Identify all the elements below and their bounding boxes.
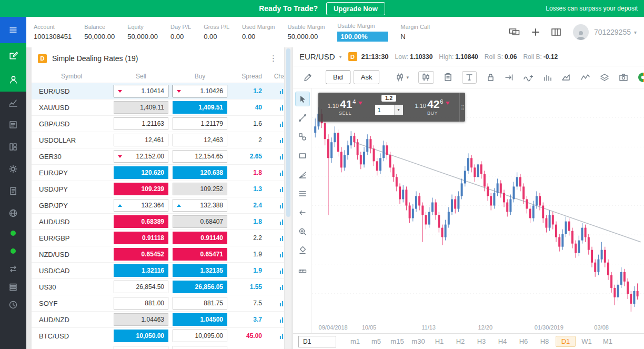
open-chart-button[interactable] — [262, 279, 284, 295]
timeframe-m15[interactable]: m15 — [387, 337, 408, 345]
snapshot-button[interactable] — [619, 73, 628, 82]
text-annotation-button[interactable] — [462, 71, 477, 84]
sell-price-button[interactable]: 21,470.61 — [114, 346, 168, 349]
timeframe-h8[interactable]: H8 — [534, 337, 555, 345]
buy-price-button[interactable]: 109.252 — [173, 183, 227, 195]
pattern-tool-button[interactable] — [580, 74, 590, 81]
buy-price-button[interactable]: 1.32135 — [173, 264, 227, 277]
candlestick-plot[interactable]: 1.10 41 4 SELL 1.2 — [312, 88, 644, 323]
sell-price-button[interactable]: 0.65452 — [114, 248, 168, 261]
rate-row-usd-jpy[interactable]: USD/JPY109.239109.2521.3 — [32, 181, 284, 197]
timeframe-m1[interactable]: m1 — [345, 337, 366, 345]
open-chart-button[interactable] — [262, 116, 284, 132]
volume-button[interactable] — [543, 73, 552, 82]
timeframe-h1[interactable]: H1 — [429, 337, 450, 345]
levels-tool-button[interactable] — [295, 186, 310, 201]
ask-button[interactable]: Ask — [354, 70, 380, 84]
sell-price-button[interactable]: 881.00 — [114, 297, 168, 310]
sell-price-button[interactable]: 1.21163 — [114, 117, 168, 130]
order-board-button[interactable] — [444, 73, 452, 82]
sell-price-button[interactable]: 12,461 — [114, 134, 168, 146]
buy-price-button[interactable]: 12,154.65 — [173, 150, 227, 163]
rate-row-gbp-usd[interactable]: GBP/USD1.211631.211791.6 — [32, 116, 284, 132]
buy-price-button[interactable]: 881.75 — [173, 297, 227, 310]
open-chart-button[interactable] — [262, 165, 284, 181]
transfer-nav-button[interactable] — [0, 260, 26, 278]
buy-price-button[interactable]: 26,856.05 — [173, 281, 227, 293]
sell-price-button[interactable]: 1,409.11 — [114, 101, 168, 114]
open-chart-button[interactable] — [262, 344, 284, 349]
account-nav-button[interactable] — [0, 67, 26, 92]
rate-row-btc-usd[interactable]: BTC/USD10,050.0010,095.0045.00 — [32, 328, 284, 344]
layout-button[interactable] — [551, 27, 561, 37]
trendline-tool-button[interactable] — [295, 111, 310, 125]
timeframe-h4[interactable]: H4 — [492, 337, 513, 345]
draw-button[interactable] — [303, 73, 313, 82]
open-chart-button[interactable] — [262, 99, 284, 115]
menu-button[interactable] — [0, 17, 26, 43]
rate-row-us30[interactable]: US3026,854.5026,856.051.55 — [32, 279, 284, 295]
buy-price-button[interactable]: 120.638 — [173, 166, 227, 179]
rate-row-jpn225[interactable]: JPN22521,470.6121,478.618.00 — [32, 344, 284, 349]
account-chevron-down-icon[interactable]: ▾ — [634, 29, 637, 35]
timeframe-m5[interactable]: m5 — [366, 337, 387, 345]
sell-price-button[interactable]: 0.68389 — [114, 215, 168, 228]
rate-row-eur-jpy[interactable]: EUR/JPY120.620120.6381.8 — [32, 165, 284, 181]
charts-nav-button[interactable] — [0, 92, 26, 114]
sell-price-button[interactable]: 1.10 41 4 SELL — [318, 93, 372, 122]
buy-price-button[interactable]: 0.65471 — [173, 248, 227, 261]
sell-price-button[interactable]: 1.10414 — [114, 85, 168, 97]
shapes-tool-button[interactable] — [295, 129, 310, 144]
buy-price-button[interactable]: 0.68407 — [173, 215, 227, 228]
sell-price-button[interactable]: 10,050.00 — [114, 330, 168, 342]
buy-price-button[interactable]: 12,463 — [173, 134, 227, 146]
rates-menu-button[interactable]: ⋮ — [269, 54, 278, 63]
buy-price-button[interactable]: 0.91140 — [173, 232, 227, 244]
scrollbar-thumb[interactable] — [286, 48, 290, 217]
open-chart-button[interactable] — [262, 295, 284, 311]
rate-row-aud-nzd[interactable]: AUD/NZD1.044631.045003.7 — [32, 312, 284, 328]
quantity-input[interactable] — [375, 105, 394, 115]
rectangle-tool-button[interactable] — [295, 148, 310, 163]
open-chart-button[interactable] — [262, 148, 284, 164]
quantity-dropdown-button[interactable]: ▾ — [394, 105, 403, 115]
avatar[interactable] — [573, 24, 589, 40]
open-chart-button[interactable] — [262, 197, 284, 213]
open-chart-button[interactable] — [262, 83, 284, 99]
buy-price-button[interactable]: 1.10 42 6 BUY — [406, 93, 459, 122]
settings-nav-button[interactable] — [0, 158, 26, 180]
bid-button[interactable]: Bid — [326, 70, 350, 84]
sell-price-button[interactable]: 0.91118 — [114, 232, 168, 244]
rate-row-nzd-usd[interactable]: NZD/USD0.654520.654711.9 — [32, 246, 284, 263]
buy-price-button[interactable]: 1.04500 — [173, 313, 227, 326]
symbol-chevron-down-icon[interactable]: ▾ — [339, 54, 342, 59]
sell-price-button[interactable]: 1.32116 — [114, 264, 168, 277]
layers-button[interactable] — [600, 73, 609, 82]
rate-row-eur-gbp[interactable]: EUR/GBP0.911180.911402.2 — [32, 230, 284, 246]
widget-drag-handle[interactable]: ⣿ — [459, 93, 465, 122]
rate-row-aud-usd[interactable]: AUD/USD0.683890.684071.8 — [32, 214, 284, 230]
rate-row-ger30[interactable]: GER3012,152.0012,154.652.65 — [32, 148, 284, 165]
rates-scrollbar[interactable] — [285, 47, 291, 349]
timeframe-h2[interactable]: H2 — [450, 337, 471, 345]
reports-nav-button[interactable] — [0, 180, 26, 202]
sell-price-button[interactable]: 12,152.00 — [114, 150, 168, 163]
go-to-latest-button[interactable] — [505, 73, 514, 82]
add-panel-button[interactable] — [531, 27, 540, 37]
measure-tool-button[interactable] — [295, 262, 310, 277]
open-chart-button[interactable] — [262, 132, 284, 148]
history-nav-button[interactable] — [0, 278, 26, 296]
sell-price-button[interactable]: 1.04463 — [114, 313, 168, 326]
sell-price-button[interactable]: 132.364 — [114, 199, 168, 212]
open-chart-button[interactable] — [262, 230, 284, 246]
open-chart-button[interactable] — [262, 312, 284, 327]
add-indicator-button[interactable] — [524, 73, 534, 82]
timeframe-m30[interactable]: m30 — [408, 337, 429, 345]
buy-price-button[interactable]: 132.388 — [173, 199, 227, 212]
timeframe-d1[interactable]: D1 — [556, 336, 576, 347]
buy-price-button[interactable]: 1.10426 — [173, 85, 227, 97]
chart-type-dropdown[interactable]: ▾ — [396, 73, 409, 82]
open-chart-button[interactable] — [262, 263, 284, 278]
compare-symbols-button[interactable] — [418, 71, 434, 84]
rate-row-soyf[interactable]: SOYF881.00881.757.5 — [32, 295, 284, 312]
